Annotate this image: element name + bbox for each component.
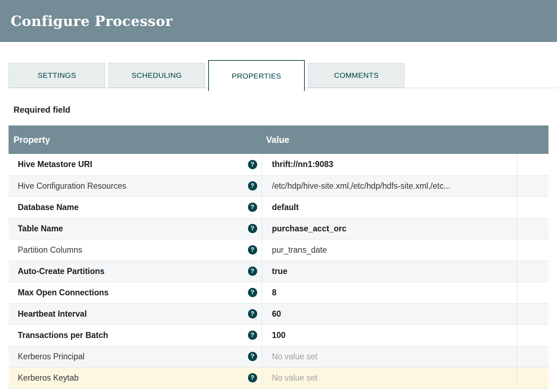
tab-properties[interactable]: PROPERTIES [208,60,305,91]
property-name: Kerberos Principal [18,352,85,361]
tab-bar: SETTINGS SCHEDULING PROPERTIES COMMENTS [9,60,557,88]
help-icon[interactable]: ? [248,373,257,382]
help-icon[interactable]: ? [248,331,257,340]
table-row[interactable]: Auto-Create Partitions ? true [9,261,548,282]
help-icon[interactable]: ? [248,160,257,169]
row-extra-cell [517,303,548,324]
property-name: Hive Metastore URI [18,160,92,169]
help-icon[interactable]: ? [248,352,257,361]
property-value-cell[interactable]: 8 [262,282,517,303]
property-name: Kerberos Keytab [18,373,79,383]
row-extra-cell [517,324,548,346]
property-name: Heartbeat Interval [18,309,87,319]
property-value-cell[interactable]: pur_trans_date [262,239,517,261]
help-icon[interactable]: ? [248,309,257,318]
table-row[interactable]: Hive Metastore URI ? thrift://nn1:9083 [9,154,548,175]
column-header-value: Value [262,125,517,154]
property-value[interactable]: 60 [272,309,281,318]
row-extra-cell [517,282,548,303]
help-icon[interactable]: ? [248,267,257,276]
row-extra-cell [517,346,548,367]
property-value[interactable]: 8 [272,288,277,297]
property-value-cell[interactable]: true [262,261,517,282]
property-value[interactable]: No value set [272,352,318,361]
row-extra-cell [517,239,548,261]
dialog-title: Configure Processor [11,13,173,29]
property-value[interactable]: No value set [272,373,318,382]
properties-table: Property Value Hive Metastore URI ? thri… [9,125,548,389]
help-icon[interactable]: ? [248,245,257,254]
tab-scheduling[interactable]: SCHEDULING [108,63,205,88]
help-icon[interactable]: ? [248,203,257,212]
column-header-property: Property [9,125,262,154]
help-icon[interactable]: ? [248,288,257,297]
dialog-header: Configure Processor [0,0,557,42]
property-name: Transactions per Batch [18,331,108,340]
property-value-cell[interactable]: 100 [262,324,517,346]
help-icon[interactable]: ? [248,224,257,233]
table-row[interactable]: Max Open Connections ? 8 [9,282,548,303]
property-value-cell[interactable]: default [262,197,517,218]
row-extra-cell [517,218,548,239]
property-name: Partition Columns [18,245,82,255]
property-value[interactable]: thrift://nn1:9083 [272,160,334,169]
property-name: Database Name [18,203,79,212]
table-row[interactable]: Hive Configuration Resources ? /etc/hdp/… [9,175,548,197]
property-value-cell[interactable]: No value set [262,346,517,367]
property-value[interactable]: /etc/hdp/hive-site.xml,/etc/hdp/hdfs-sit… [272,181,450,190]
table-row[interactable]: Table Name ? purchase_acct_orc [9,218,548,239]
row-extra-cell [517,367,548,388]
table-header-row: Property Value [9,125,548,154]
property-value-cell[interactable]: No value set [262,367,517,388]
help-icon[interactable]: ? [248,181,257,190]
property-value-cell[interactable]: /etc/hdp/hive-site.xml,/etc/hdp/hdfs-sit… [262,175,517,197]
row-extra-cell [517,154,548,175]
property-value-cell[interactable]: thrift://nn1:9083 [262,154,517,175]
column-header-extra [517,125,548,154]
property-name: Hive Configuration Resources [18,181,126,191]
property-value[interactable]: default [272,203,299,212]
row-extra-cell [517,175,548,197]
property-name: Max Open Connections [18,288,109,297]
table-row[interactable]: Heartbeat Interval ? 60 [9,303,548,324]
property-value[interactable]: purchase_acct_orc [272,224,347,233]
property-name: Table Name [18,224,63,233]
required-field-label: Required field [13,104,557,115]
table-row[interactable]: Partition Columns ? pur_trans_date [9,239,548,261]
table-row[interactable]: Transactions per Batch ? 100 [9,324,548,346]
tab-comments[interactable]: COMMENTS [308,63,405,88]
property-value-cell[interactable]: 60 [262,303,517,324]
property-name: Auto-Create Partitions [18,267,104,276]
property-value[interactable]: pur_trans_date [272,245,327,254]
row-extra-cell [517,197,548,218]
property-value[interactable]: 100 [272,331,286,340]
tab-settings[interactable]: SETTINGS [9,63,105,88]
row-extra-cell [517,261,548,282]
table-row[interactable]: Database Name ? default [9,197,548,218]
property-value-cell[interactable]: purchase_acct_orc [262,218,517,239]
table-row[interactable]: Kerberos Keytab ? No value set [9,367,548,388]
table-row[interactable]: Kerberos Principal ? No value set [9,346,548,367]
property-value[interactable]: true [272,267,287,276]
